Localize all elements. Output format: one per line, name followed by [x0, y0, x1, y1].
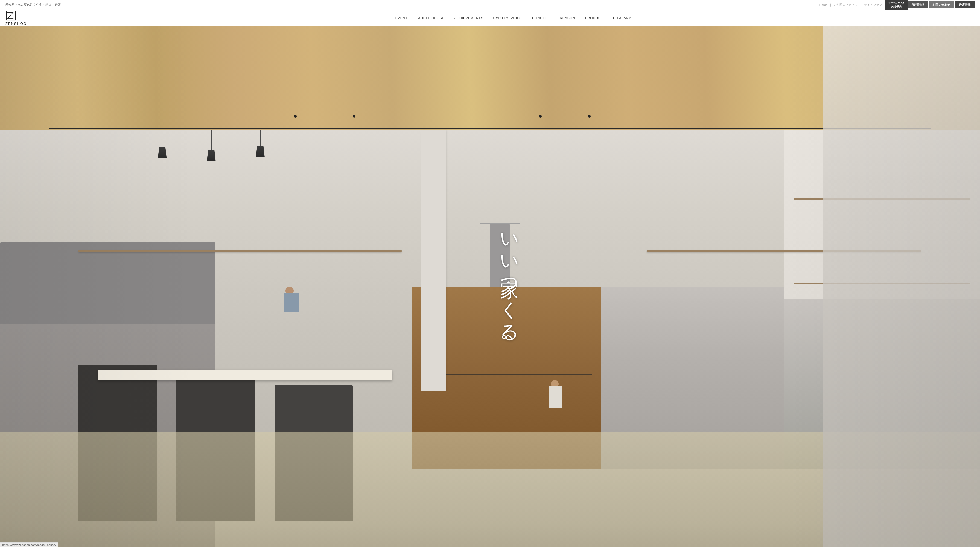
- nav-item-owners-voice[interactable]: OWNERS VOICE: [488, 10, 527, 26]
- url-bar: https://www.zenshoo.com/model_house/: [0, 542, 58, 547]
- nav-item-achievements[interactable]: ACHIEVEMENTS: [449, 10, 488, 26]
- logo-icon: [5, 10, 16, 21]
- info-button[interactable]: 分譲情報: [955, 1, 975, 8]
- nav-item-model-house[interactable]: MODEL HOUSE: [413, 10, 450, 26]
- nav-links: EVENT MODEL HOUSE ACHIEVEMENTS OWNERS VO…: [52, 10, 975, 26]
- main-navigation: ZENSHOO EVENT MODEL HOUSE ACHIEVEMENTS O…: [0, 10, 980, 26]
- logo-text: ZENSHOO: [5, 22, 27, 26]
- sitemap-link[interactable]: サイトマップ: [864, 3, 882, 7]
- header-top-right: Home ｜ ご利用にあたって ｜ サイトマップ モデルハウス 来場予約 資料請…: [819, 0, 975, 10]
- nav-item-product[interactable]: PRODUCT: [580, 10, 608, 26]
- cta-button-group: モデルハウス 来場予約 資料請求 お問い合わせ 分譲情報: [885, 0, 975, 10]
- tagline: 愛知県・名古屋の注文住宅・新築｜善匠: [5, 3, 61, 7]
- logo-area: ZENSHOO: [5, 10, 41, 26]
- nav-item-concept[interactable]: CONCEPT: [527, 10, 555, 26]
- separator-1: ｜: [829, 3, 832, 7]
- model-house-visit-line2: 来場予約: [888, 5, 905, 9]
- brochure-button[interactable]: 資料請求: [908, 1, 928, 8]
- top-nav-links: Home ｜ ご利用にあたって ｜ サイトマップ: [819, 3, 882, 7]
- model-house-visit-line1: モデルハウス: [888, 1, 905, 5]
- home-link[interactable]: Home: [819, 3, 827, 6]
- hero-tagline: いい家つくる。: [498, 221, 521, 352]
- nav-item-reason[interactable]: REASON: [555, 10, 580, 26]
- hero-overlay: [0, 26, 980, 547]
- nav-item-event[interactable]: EVENT: [390, 10, 413, 26]
- svg-line-1: [8, 13, 13, 18]
- url-text: https://www.zenshoo.com/model_house/: [2, 543, 56, 547]
- model-house-visit-button[interactable]: モデルハウス 来場予約: [885, 0, 908, 10]
- separator-2: ｜: [859, 3, 862, 7]
- contact-button[interactable]: お問い合わせ: [929, 1, 954, 8]
- hero-section: いい家つくる。: [0, 26, 980, 547]
- nav-item-company[interactable]: COMPANY: [608, 10, 636, 26]
- header-top-bar: 愛知県・名古屋の注文住宅・新築｜善匠 Home ｜ ご利用にあたって ｜ サイト…: [0, 0, 980, 10]
- terms-link[interactable]: ご利用にあたって: [834, 3, 858, 7]
- svg-rect-0: [7, 12, 13, 13]
- svg-rect-2: [7, 18, 13, 19]
